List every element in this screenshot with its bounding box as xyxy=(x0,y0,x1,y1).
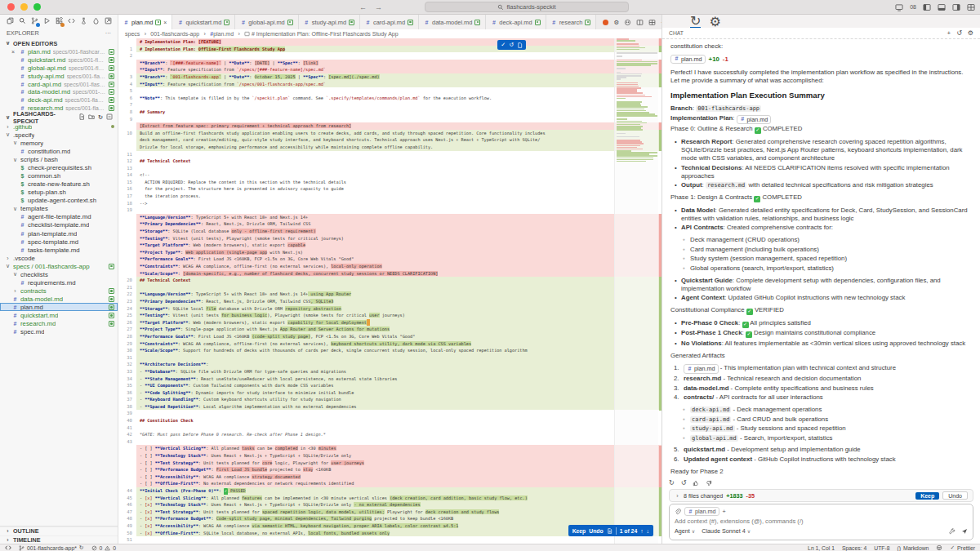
diff-line[interactable]: 16 for the project. The structure here i… xyxy=(118,185,662,193)
add-context-button[interactable]: + xyxy=(723,508,726,515)
diff-line[interactable]: 42*GATE: Must pass before Phase 0 resear… xyxy=(118,431,662,438)
diff-line[interactable]: 41 xyxy=(118,424,662,432)
refresh-explorer-icon[interactable]: ↻ xyxy=(98,113,103,121)
diff-line[interactable]: [Extract from feature spec: primary requ… xyxy=(118,122,662,130)
breadcrumb-item[interactable]: 001-flashcards-app xyxy=(150,31,199,37)
diff-line[interactable]: **Language/Version**: TypeScript 5+ with… xyxy=(118,214,662,221)
diff-line[interactable]: 7 xyxy=(118,101,662,109)
tree-item-plan.md[interactable]: #plan.md xyxy=(0,303,118,311)
minimize-window-button[interactable] xyxy=(20,3,28,11)
screen-share-icon[interactable] xyxy=(895,3,903,11)
tab-plan.md[interactable]: #plan.md× xyxy=(118,15,172,29)
zoom-window-button[interactable] xyxy=(33,3,41,11)
tree-item-templates[interactable]: ∨templates xyxy=(0,205,118,213)
diff-line[interactable]: deck management, card creation/editing, … xyxy=(118,136,662,144)
new-folder-icon[interactable] xyxy=(88,113,95,121)
diff-line[interactable]: - [ ] **Performance Budget**: First Load… xyxy=(118,466,662,473)
tree-item-scripts---bash[interactable]: ∨scripts / bash xyxy=(0,156,118,164)
file-chip[interactable]: #plan.md xyxy=(684,364,719,373)
diff-line[interactable]: 51 xyxy=(118,536,662,544)
diff-line[interactable]: 1# Implementation Plan: Offline-First Fl… xyxy=(118,46,662,53)
tree-item-spec.md[interactable]: #spec.md xyxy=(0,328,118,336)
customize-layout-icon[interactable] xyxy=(967,3,975,11)
undo-all-button[interactable]: Undo xyxy=(589,528,603,534)
command-center-search[interactable]: flashcards-speckit xyxy=(425,2,629,12)
diff-line[interactable]: 26**Target Platform**: Web (modern brows… xyxy=(118,319,662,327)
tree-item-contracts[interactable]: ›contracts xyxy=(0,287,118,295)
diff-line[interactable]: 17 the iteration process. xyxy=(118,193,662,200)
tab-deck-api.md[interactable]: #deck-api.md xyxy=(486,15,546,29)
diff-line[interactable]: 33- **Database**: SQLite file with Drizz… xyxy=(118,368,662,375)
send-icon[interactable] xyxy=(961,528,968,535)
diff-line[interactable]: 30**Scale/Scope**: Support for hundreds … xyxy=(118,347,662,354)
diff-line[interactable]: - [ ] **Vertical Slicing**: All planned … xyxy=(118,445,662,452)
live-share-icon[interactable] xyxy=(91,17,100,25)
toggle-panel-icon[interactable] xyxy=(938,3,946,11)
tab-global-api.md[interactable]: #global-api.md xyxy=(235,15,298,29)
close-editor-icon[interactable]: × xyxy=(11,49,17,55)
context-file-chip[interactable]: #plan.md xyxy=(684,507,719,516)
diff-line[interactable]: 2 xyxy=(118,52,662,60)
diff-line[interactable]: 22**Language/Version**: TypeScript 5+ wi… xyxy=(118,291,662,298)
copilot-icon[interactable] xyxy=(624,19,631,26)
file-chip[interactable]: #plan.md xyxy=(670,55,706,64)
files-changed-bar[interactable]: › 8 files changed +1833 -35 Keep Undo xyxy=(669,489,973,502)
record-icon[interactable] xyxy=(603,20,608,25)
open-editor-quickstart.md[interactable]: #quickstart.mdspecs/001-flashc... xyxy=(0,56,118,64)
history-forward-icon[interactable]: → xyxy=(375,3,382,11)
branch-indicator[interactable]: 001-flashcards-app* ↻ xyxy=(19,544,84,551)
diff-line[interactable]: **Primary Dependencies**: React, Next.js… xyxy=(118,220,662,228)
diff-line[interactable]: 21 xyxy=(118,284,662,291)
tree-item-.vscode[interactable]: ›.vscode xyxy=(0,254,118,262)
open-editor-global-api.md[interactable]: #global-api.mdspecs/001-flashc... xyxy=(0,64,118,73)
diff-line[interactable]: 27**Project Type**: Single-page applicat… xyxy=(118,326,662,333)
breadcrumb[interactable]: specs›001-flashcards-app›#plan.md› # Imp… xyxy=(118,29,662,38)
breadcrumb-item[interactable]: specs xyxy=(125,31,140,37)
diff-line[interactable]: **Performance Goals**: First Load JS <16… xyxy=(118,256,662,263)
thumbs-down-icon[interactable] xyxy=(706,480,712,487)
diff-line[interactable]: 9 xyxy=(118,116,662,123)
breadcrumb-symbol[interactable]: # Implementation Plan: Offline-First Fla… xyxy=(244,31,399,37)
tab-data-model.md[interactable]: #data-model.md xyxy=(419,15,486,29)
diff-line[interactable]: 34- **State Management**: React useState… xyxy=(118,375,662,383)
diff-line[interactable]: 35- **UI Components**: Custom Tailwind c… xyxy=(118,382,662,389)
tree-item-check-prerequisites.sh[interactable]: $check-prerequisites.sh xyxy=(0,164,118,172)
next-change-icon[interactable]: ↓ xyxy=(647,528,649,534)
tab-quickstart.md[interactable]: #quickstart.md xyxy=(172,15,235,29)
diff-line[interactable]: 18--> xyxy=(118,200,662,207)
diff-line[interactable]: 13 xyxy=(118,165,662,172)
model-dropdown[interactable]: Claude Sonnet 4∨ xyxy=(702,527,751,535)
undo-edits-icon[interactable]: ↺ xyxy=(681,479,687,487)
source-control-icon[interactable] xyxy=(30,17,38,25)
new-chat-icon[interactable]: + xyxy=(947,29,951,37)
diff-line[interactable]: 28**Performance Goals**: First Load JS <… xyxy=(118,333,662,340)
tree-item-constitution.md[interactable]: #constitution.md xyxy=(0,148,118,156)
open-file-icon[interactable] xyxy=(517,42,523,48)
chat-input-box[interactable]: #plan.md + Add context (#), extensions (… xyxy=(669,504,973,540)
search-icon[interactable] xyxy=(18,17,26,25)
diff-line[interactable]: - [ ] **Accessibility**: WCAG AA complia… xyxy=(118,473,662,481)
diff-line[interactable]: 14<!-- xyxy=(118,171,662,179)
explorer-more-actions-icon[interactable]: ··· xyxy=(105,29,111,37)
tree-item-create-new-feature.sh[interactable]: $create-new-feature.sh xyxy=(0,180,118,189)
chevron-down-icon[interactable]: ∨ xyxy=(5,40,11,47)
tree-item-data-model.md[interactable]: #data-model.md xyxy=(0,295,118,303)
diff-line[interactable]: **Scale/Scope**: [domain-specific, e.g.,… xyxy=(118,270,662,278)
diff-line[interactable]: 36- **Code Splitting**: Dynamic imports … xyxy=(118,389,662,397)
undo-button[interactable]: Undo xyxy=(942,491,968,500)
tree-item-requirements.md[interactable]: #requirements.md xyxy=(0,278,118,287)
regenerate-icon[interactable]: ↻ xyxy=(669,479,675,487)
open-changes-icon[interactable] xyxy=(607,528,612,534)
diff-line[interactable]: 43 xyxy=(118,438,662,446)
diff-line[interactable]: **Target Platform**: Web (modern browser… xyxy=(118,242,662,249)
cursor-position[interactable]: Ln 1, Col 1 xyxy=(808,545,835,551)
minimap[interactable] xyxy=(614,38,658,544)
chat-input-placeholder[interactable]: Add context (#), extensions (@), command… xyxy=(675,518,968,525)
diff-line[interactable]: 10Build an offline-first flashcards stud… xyxy=(118,130,662,137)
close-tab-icon[interactable]: × xyxy=(163,20,167,25)
diff-line[interactable]: - [ ] **Test Strategy**: Unit tests plan… xyxy=(118,460,662,467)
thumbs-up-icon[interactable] xyxy=(693,480,699,487)
extensions-icon[interactable] xyxy=(55,17,63,25)
breadcrumb-item[interactable]: #plan.md xyxy=(210,31,234,37)
open-editor-data-model.md[interactable]: #data-model.mdspecs/001-flash... xyxy=(0,88,118,96)
